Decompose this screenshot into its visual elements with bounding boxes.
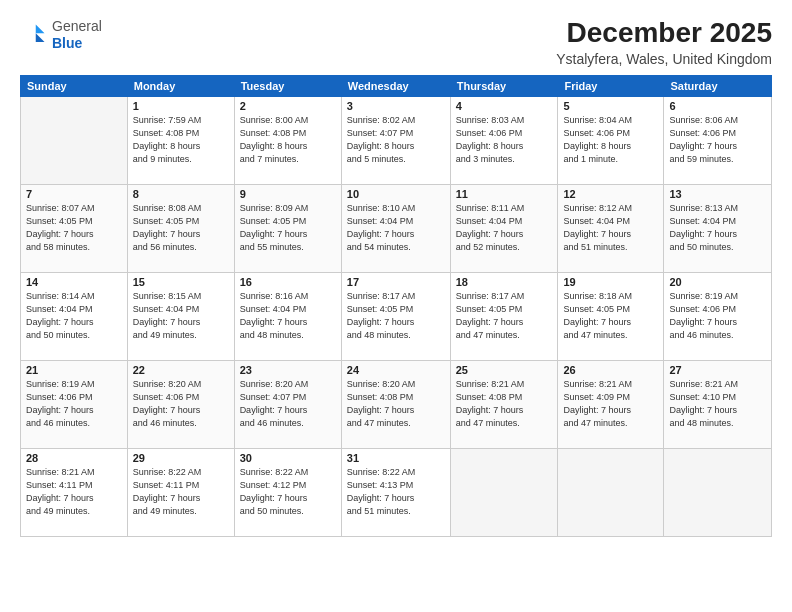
calendar-week-row: 1Sunrise: 7:59 AM Sunset: 4:08 PM Daylig… bbox=[21, 96, 772, 184]
day-number: 11 bbox=[456, 188, 553, 200]
day-info: Sunrise: 8:19 AM Sunset: 4:06 PM Dayligh… bbox=[669, 290, 766, 342]
day-number: 20 bbox=[669, 276, 766, 288]
day-number: 16 bbox=[240, 276, 336, 288]
day-number: 15 bbox=[133, 276, 229, 288]
month-year: December 2025 bbox=[556, 18, 772, 49]
logo-icon bbox=[20, 21, 48, 49]
day-info: Sunrise: 8:16 AM Sunset: 4:04 PM Dayligh… bbox=[240, 290, 336, 342]
day-number: 18 bbox=[456, 276, 553, 288]
table-row: 25Sunrise: 8:21 AM Sunset: 4:08 PM Dayli… bbox=[450, 360, 558, 448]
calendar-week-row: 7Sunrise: 8:07 AM Sunset: 4:05 PM Daylig… bbox=[21, 184, 772, 272]
day-info: Sunrise: 7:59 AM Sunset: 4:08 PM Dayligh… bbox=[133, 114, 229, 166]
day-number: 26 bbox=[563, 364, 658, 376]
day-info: Sunrise: 8:00 AM Sunset: 4:08 PM Dayligh… bbox=[240, 114, 336, 166]
day-number: 14 bbox=[26, 276, 122, 288]
day-number: 13 bbox=[669, 188, 766, 200]
day-number: 5 bbox=[563, 100, 658, 112]
table-row: 16Sunrise: 8:16 AM Sunset: 4:04 PM Dayli… bbox=[234, 272, 341, 360]
title-block: December 2025 Ystalyfera, Wales, United … bbox=[556, 18, 772, 67]
day-info: Sunrise: 8:21 AM Sunset: 4:10 PM Dayligh… bbox=[669, 378, 766, 430]
day-info: Sunrise: 8:20 AM Sunset: 4:08 PM Dayligh… bbox=[347, 378, 445, 430]
logo: General Blue bbox=[20, 18, 102, 52]
day-info: Sunrise: 8:17 AM Sunset: 4:05 PM Dayligh… bbox=[347, 290, 445, 342]
table-row: 12Sunrise: 8:12 AM Sunset: 4:04 PM Dayli… bbox=[558, 184, 664, 272]
calendar-week-row: 21Sunrise: 8:19 AM Sunset: 4:06 PM Dayli… bbox=[21, 360, 772, 448]
day-info: Sunrise: 8:17 AM Sunset: 4:05 PM Dayligh… bbox=[456, 290, 553, 342]
day-info: Sunrise: 8:21 AM Sunset: 4:08 PM Dayligh… bbox=[456, 378, 553, 430]
day-number: 23 bbox=[240, 364, 336, 376]
page: General Blue December 2025 Ystalyfera, W… bbox=[0, 0, 792, 612]
col-wednesday: Wednesday bbox=[341, 75, 450, 96]
day-number: 6 bbox=[669, 100, 766, 112]
col-monday: Monday bbox=[127, 75, 234, 96]
day-number: 28 bbox=[26, 452, 122, 464]
day-number: 21 bbox=[26, 364, 122, 376]
day-number: 19 bbox=[563, 276, 658, 288]
table-row: 1Sunrise: 7:59 AM Sunset: 4:08 PM Daylig… bbox=[127, 96, 234, 184]
day-number: 1 bbox=[133, 100, 229, 112]
col-thursday: Thursday bbox=[450, 75, 558, 96]
day-info: Sunrise: 8:14 AM Sunset: 4:04 PM Dayligh… bbox=[26, 290, 122, 342]
day-info: Sunrise: 8:04 AM Sunset: 4:06 PM Dayligh… bbox=[563, 114, 658, 166]
calendar-table: Sunday Monday Tuesday Wednesday Thursday… bbox=[20, 75, 772, 537]
col-sunday: Sunday bbox=[21, 75, 128, 96]
day-number: 8 bbox=[133, 188, 229, 200]
day-info: Sunrise: 8:11 AM Sunset: 4:04 PM Dayligh… bbox=[456, 202, 553, 254]
day-info: Sunrise: 8:22 AM Sunset: 4:12 PM Dayligh… bbox=[240, 466, 336, 518]
table-row: 7Sunrise: 8:07 AM Sunset: 4:05 PM Daylig… bbox=[21, 184, 128, 272]
logo-general: General bbox=[52, 18, 102, 35]
logo-text: General Blue bbox=[52, 18, 102, 52]
day-info: Sunrise: 8:18 AM Sunset: 4:05 PM Dayligh… bbox=[563, 290, 658, 342]
col-friday: Friday bbox=[558, 75, 664, 96]
day-info: Sunrise: 8:08 AM Sunset: 4:05 PM Dayligh… bbox=[133, 202, 229, 254]
day-info: Sunrise: 8:15 AM Sunset: 4:04 PM Dayligh… bbox=[133, 290, 229, 342]
table-row: 4Sunrise: 8:03 AM Sunset: 4:06 PM Daylig… bbox=[450, 96, 558, 184]
day-number: 10 bbox=[347, 188, 445, 200]
header: General Blue December 2025 Ystalyfera, W… bbox=[20, 18, 772, 67]
day-info: Sunrise: 8:13 AM Sunset: 4:04 PM Dayligh… bbox=[669, 202, 766, 254]
day-number: 29 bbox=[133, 452, 229, 464]
day-info: Sunrise: 8:21 AM Sunset: 4:11 PM Dayligh… bbox=[26, 466, 122, 518]
day-info: Sunrise: 8:20 AM Sunset: 4:07 PM Dayligh… bbox=[240, 378, 336, 430]
day-number: 3 bbox=[347, 100, 445, 112]
calendar-week-row: 14Sunrise: 8:14 AM Sunset: 4:04 PM Dayli… bbox=[21, 272, 772, 360]
day-number: 2 bbox=[240, 100, 336, 112]
table-row: 8Sunrise: 8:08 AM Sunset: 4:05 PM Daylig… bbox=[127, 184, 234, 272]
col-tuesday: Tuesday bbox=[234, 75, 341, 96]
location: Ystalyfera, Wales, United Kingdom bbox=[556, 51, 772, 67]
day-number: 27 bbox=[669, 364, 766, 376]
table-row: 23Sunrise: 8:20 AM Sunset: 4:07 PM Dayli… bbox=[234, 360, 341, 448]
day-info: Sunrise: 8:22 AM Sunset: 4:11 PM Dayligh… bbox=[133, 466, 229, 518]
svg-marker-0 bbox=[36, 24, 45, 33]
table-row: 15Sunrise: 8:15 AM Sunset: 4:04 PM Dayli… bbox=[127, 272, 234, 360]
day-info: Sunrise: 8:10 AM Sunset: 4:04 PM Dayligh… bbox=[347, 202, 445, 254]
svg-marker-1 bbox=[36, 33, 45, 42]
table-row: 6Sunrise: 8:06 AM Sunset: 4:06 PM Daylig… bbox=[664, 96, 772, 184]
calendar-week-row: 28Sunrise: 8:21 AM Sunset: 4:11 PM Dayli… bbox=[21, 448, 772, 536]
day-info: Sunrise: 8:19 AM Sunset: 4:06 PM Dayligh… bbox=[26, 378, 122, 430]
table-row: 10Sunrise: 8:10 AM Sunset: 4:04 PM Dayli… bbox=[341, 184, 450, 272]
table-row: 11Sunrise: 8:11 AM Sunset: 4:04 PM Dayli… bbox=[450, 184, 558, 272]
day-number: 31 bbox=[347, 452, 445, 464]
table-row: 18Sunrise: 8:17 AM Sunset: 4:05 PM Dayli… bbox=[450, 272, 558, 360]
table-row: 3Sunrise: 8:02 AM Sunset: 4:07 PM Daylig… bbox=[341, 96, 450, 184]
day-info: Sunrise: 8:02 AM Sunset: 4:07 PM Dayligh… bbox=[347, 114, 445, 166]
table-row: 13Sunrise: 8:13 AM Sunset: 4:04 PM Dayli… bbox=[664, 184, 772, 272]
day-number: 25 bbox=[456, 364, 553, 376]
table-row: 27Sunrise: 8:21 AM Sunset: 4:10 PM Dayli… bbox=[664, 360, 772, 448]
table-row: 14Sunrise: 8:14 AM Sunset: 4:04 PM Dayli… bbox=[21, 272, 128, 360]
day-info: Sunrise: 8:12 AM Sunset: 4:04 PM Dayligh… bbox=[563, 202, 658, 254]
table-row: 9Sunrise: 8:09 AM Sunset: 4:05 PM Daylig… bbox=[234, 184, 341, 272]
day-number: 22 bbox=[133, 364, 229, 376]
table-row: 5Sunrise: 8:04 AM Sunset: 4:06 PM Daylig… bbox=[558, 96, 664, 184]
table-row: 20Sunrise: 8:19 AM Sunset: 4:06 PM Dayli… bbox=[664, 272, 772, 360]
day-number: 7 bbox=[26, 188, 122, 200]
day-number: 12 bbox=[563, 188, 658, 200]
day-info: Sunrise: 8:20 AM Sunset: 4:06 PM Dayligh… bbox=[133, 378, 229, 430]
table-row: 30Sunrise: 8:22 AM Sunset: 4:12 PM Dayli… bbox=[234, 448, 341, 536]
day-number: 4 bbox=[456, 100, 553, 112]
day-info: Sunrise: 8:07 AM Sunset: 4:05 PM Dayligh… bbox=[26, 202, 122, 254]
day-number: 24 bbox=[347, 364, 445, 376]
day-number: 17 bbox=[347, 276, 445, 288]
table-row bbox=[450, 448, 558, 536]
